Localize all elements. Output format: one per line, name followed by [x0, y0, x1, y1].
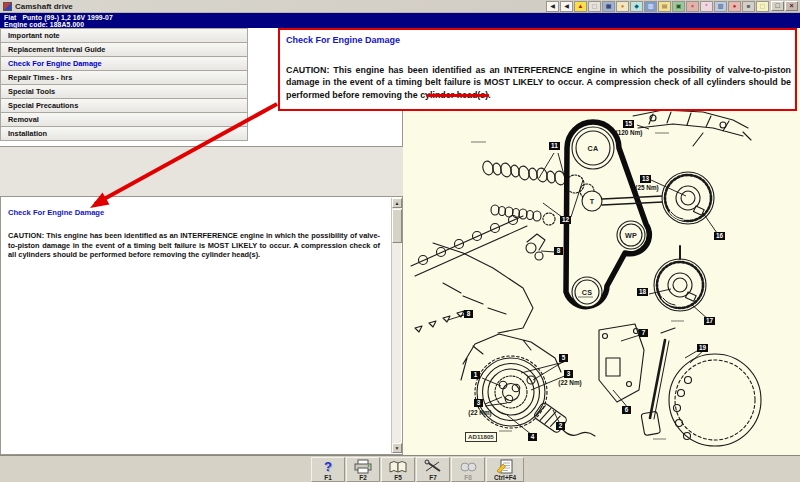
part-callout-8: 8 [554, 247, 563, 255]
annotation-callout: Check For Engine Damage CAUTION: This en… [278, 28, 797, 111]
menu-item-special-tools[interactable]: Special Tools [0, 84, 248, 99]
part-callout-3: 3 [474, 399, 483, 407]
scroll-up-icon[interactable]: ▲ [392, 198, 402, 208]
part-callout-17: 17 [704, 317, 715, 325]
part-callout-12: 12 [560, 216, 571, 224]
toolbar-icon-5[interactable]: ▥ [644, 1, 657, 12]
goggles-icon [458, 459, 478, 474]
toolbar-icon-2[interactable]: ▦ [602, 1, 615, 12]
menu-item-removal[interactable]: Removal [0, 112, 248, 127]
app-icon [3, 2, 12, 11]
callout-body: CAUTION: This engine has been identified… [286, 64, 791, 101]
menu-item-important-note[interactable]: Important note [0, 28, 248, 43]
engine-code: Engine code: 188A5.000 [4, 21, 796, 28]
nav-first-icon[interactable]: ◀ [546, 1, 559, 12]
menu-item-repair-times-hrs[interactable]: Repair Times - hrs [0, 70, 248, 85]
application-window: Camshaft drive ◀◀▲▢▦●◆▥▤▣×*▥●■▢ □× Fiat … [0, 0, 800, 482]
torque-label: (120 Nm) [616, 129, 643, 136]
toolbar-icon-1[interactable]: ▢ [588, 1, 601, 12]
title-bar: Camshaft drive ◀◀▲▢▦●◆▥▤▣×*▥●■▢ □× [0, 0, 800, 13]
callout-heading: Check For Engine Damage [286, 35, 400, 45]
printer-icon [353, 459, 373, 474]
part-callout-18: 18 [637, 288, 648, 296]
diagram-reference-label: AD11805 [465, 432, 497, 442]
menu-item-installation[interactable]: Installation [0, 126, 248, 141]
help-button[interactable]: ? F1 [311, 457, 345, 482]
toolbar-icon-3[interactable]: ● [616, 1, 629, 12]
book-icon [388, 459, 408, 474]
menu-item-special-precautions[interactable]: Special Precautions [0, 98, 248, 113]
bottom-toolbar: ? F1 F2 [0, 455, 800, 482]
toolbar-icon-13[interactable]: ▢ [756, 1, 769, 12]
nav-prev-icon[interactable]: ◀ [560, 1, 573, 12]
content-heading: Check For Engine Damage [8, 208, 104, 217]
dividers-icon [423, 459, 443, 474]
warning-icon[interactable]: ▲ [574, 1, 587, 12]
torque-label: (22 Nm) [468, 409, 491, 416]
help-icon: ? [324, 459, 332, 474]
window-title: Camshaft drive [15, 1, 73, 12]
scroll-down-icon[interactable]: ▼ [392, 443, 402, 453]
torque-label: (22 Nm) [558, 379, 581, 386]
toolbar-icon-8[interactable]: × [686, 1, 699, 12]
close-button[interactable]: × [785, 1, 798, 11]
menu: Important noteReplacement Interval Guide… [0, 28, 248, 141]
toolbar-icon-11[interactable]: ● [728, 1, 741, 12]
titlebar-icon-strip: ◀◀▲▢▦●◆▥▤▣×*▥●■▢ [546, 1, 770, 12]
toolbar-icon-12[interactable]: ■ [742, 1, 755, 12]
pulley-label-ca: CA [588, 144, 599, 153]
part-callout-16: 16 [714, 232, 725, 240]
pane-separator [0, 147, 403, 196]
restore-button[interactable]: □ [771, 1, 784, 11]
goggles-button: F8 [451, 457, 485, 482]
part-callout-13: 13 [640, 175, 651, 183]
part-callout-15: 15 [623, 120, 634, 128]
torque-label: (25 Nm) [635, 184, 658, 191]
part-callout-11: 11 [549, 142, 560, 150]
toolbar-icon-6[interactable]: ▤ [658, 1, 671, 12]
part-callout-6: 6 [622, 406, 631, 414]
scroll-thumb[interactable] [392, 209, 402, 243]
vehicle-header: Fiat Punto (99-) 1,2 16V 1999-07 Engine … [0, 13, 800, 28]
part-callout-8: 8 [464, 310, 473, 318]
adjustments-button[interactable]: F7 [416, 457, 450, 482]
part-callout-2: 2 [556, 422, 565, 430]
part-callout-3: 3 [564, 370, 573, 378]
toolbar-icon-7[interactable]: ▣ [672, 1, 685, 12]
manual-button[interactable]: F5 [381, 457, 415, 482]
part-callout-4: 4 [528, 433, 537, 441]
menu-item-check-for-engine-damage[interactable]: Check For Engine Damage [0, 56, 248, 71]
window-buttons: □× [770, 1, 798, 11]
part-callout-1: 1 [471, 371, 480, 379]
content-panel: Check For Engine Damage CAUTION: This en… [0, 196, 403, 455]
annotation-underline [427, 94, 489, 97]
pulley-label-t: T [590, 197, 595, 206]
toolbar-icon-10[interactable]: ▥ [714, 1, 727, 12]
pulley-label-cs: CS [582, 288, 593, 297]
edit-document-icon [495, 459, 515, 474]
notes-button[interactable]: Ctrl+F4 [486, 457, 524, 482]
toolbar-icon-9[interactable]: * [700, 1, 713, 12]
pulley-label-wp: WP [625, 231, 637, 240]
vehicle-model: Fiat Punto (99-) 1,2 16V 1999-07 [4, 14, 796, 21]
content-body: CAUTION: This engine has been identified… [8, 231, 380, 260]
toolbar-icon-4[interactable]: ◆ [630, 1, 643, 12]
part-callout-19: 19 [697, 344, 708, 352]
part-callout-5: 5 [559, 354, 568, 362]
scrollbar[interactable]: ▲ ▼ [391, 198, 401, 453]
part-callout-7: 7 [639, 329, 648, 337]
menu-item-replacement-interval-guide[interactable]: Replacement Interval Guide [0, 42, 248, 57]
print-button[interactable]: F2 [346, 457, 380, 482]
